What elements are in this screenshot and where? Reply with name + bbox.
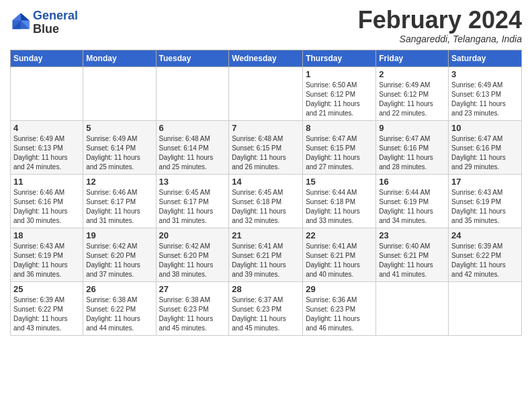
calendar-cell: 27Sunrise: 6:38 AM Sunset: 6:23 PM Dayli… (156, 281, 229, 335)
calendar-cell: 9Sunrise: 6:47 AM Sunset: 6:16 PM Daylig… (376, 120, 449, 174)
calendar-cell: 5Sunrise: 6:49 AM Sunset: 6:14 PM Daylig… (83, 120, 156, 174)
calendar-cell: 6Sunrise: 6:48 AM Sunset: 6:14 PM Daylig… (156, 120, 229, 174)
calendar-cell: 11Sunrise: 6:46 AM Sunset: 6:16 PM Dayli… (11, 174, 83, 228)
calendar-cell: 20Sunrise: 6:42 AM Sunset: 6:20 PM Dayli… (156, 228, 229, 281)
page-header: General Blue February 2024 Sangareddi, T… (10, 7, 522, 44)
calendar-cell: 16Sunrise: 6:44 AM Sunset: 6:19 PM Dayli… (376, 174, 449, 228)
calendar-cell: 24Sunrise: 6:39 AM Sunset: 6:22 PM Dayli… (449, 228, 522, 281)
header-sunday: Sunday (11, 50, 83, 66)
day-info: Sunrise: 6:48 AM Sunset: 6:15 PM Dayligh… (232, 134, 300, 172)
day-info: Sunrise: 6:41 AM Sunset: 6:21 PM Dayligh… (232, 242, 300, 279)
calendar-cell (229, 66, 303, 120)
calendar-cell: 2Sunrise: 6:49 AM Sunset: 6:12 PM Daylig… (376, 66, 449, 120)
day-number: 17 (451, 177, 519, 187)
calendar-cell: 12Sunrise: 6:46 AM Sunset: 6:17 PM Dayli… (83, 174, 156, 228)
day-number: 24 (451, 230, 519, 240)
calendar-cell (156, 66, 229, 120)
calendar-cell (83, 66, 156, 120)
calendar-cell: 7Sunrise: 6:48 AM Sunset: 6:15 PM Daylig… (229, 120, 303, 174)
week-row: 4Sunrise: 6:49 AM Sunset: 6:13 PM Daylig… (11, 120, 522, 174)
day-number: 18 (13, 230, 80, 240)
logo-icon (11, 12, 30, 31)
day-number: 15 (306, 177, 373, 187)
day-info: Sunrise: 6:43 AM Sunset: 6:19 PM Dayligh… (13, 242, 80, 279)
calendar-cell: 4Sunrise: 6:49 AM Sunset: 6:13 PM Daylig… (11, 120, 83, 174)
day-number: 26 (86, 284, 152, 294)
title-section: February 2024 Sangareddi, Telangana, Ind… (358, 7, 522, 44)
week-row: 25Sunrise: 6:39 AM Sunset: 6:22 PM Dayli… (11, 281, 522, 335)
calendar-cell: 25Sunrise: 6:39 AM Sunset: 6:22 PM Dayli… (11, 281, 83, 335)
day-info: Sunrise: 6:40 AM Sunset: 6:21 PM Dayligh… (379, 242, 445, 279)
day-info: Sunrise: 6:49 AM Sunset: 6:14 PM Dayligh… (86, 134, 152, 172)
day-number: 28 (232, 284, 300, 294)
day-info: Sunrise: 6:46 AM Sunset: 6:17 PM Dayligh… (86, 188, 152, 226)
day-info: Sunrise: 6:47 AM Sunset: 6:15 PM Dayligh… (306, 134, 373, 172)
calendar-cell: 15Sunrise: 6:44 AM Sunset: 6:18 PM Dayli… (303, 174, 376, 228)
day-info: Sunrise: 6:39 AM Sunset: 6:22 PM Dayligh… (451, 242, 519, 279)
day-info: Sunrise: 6:46 AM Sunset: 6:16 PM Dayligh… (13, 188, 80, 226)
calendar-cell: 26Sunrise: 6:38 AM Sunset: 6:22 PM Dayli… (83, 281, 156, 335)
header-thursday: Thursday (303, 50, 376, 66)
logo: General Blue (10, 9, 78, 36)
month-title: February 2024 (358, 7, 522, 34)
header-monday: Monday (83, 50, 156, 66)
day-number: 9 (379, 123, 445, 133)
day-info: Sunrise: 6:47 AM Sunset: 6:16 PM Dayligh… (451, 134, 519, 172)
day-info: Sunrise: 6:48 AM Sunset: 6:14 PM Dayligh… (159, 134, 226, 172)
week-row: 18Sunrise: 6:43 AM Sunset: 6:19 PM Dayli… (11, 228, 522, 281)
day-number: 14 (232, 177, 300, 187)
day-info: Sunrise: 6:36 AM Sunset: 6:23 PM Dayligh… (306, 295, 373, 333)
day-info: Sunrise: 6:49 AM Sunset: 6:13 PM Dayligh… (13, 134, 80, 172)
day-number: 25 (13, 284, 80, 294)
calendar-cell: 3Sunrise: 6:49 AM Sunset: 6:13 PM Daylig… (449, 66, 522, 120)
svg-marker-4 (12, 13, 21, 20)
day-info: Sunrise: 6:39 AM Sunset: 6:22 PM Dayligh… (13, 295, 80, 333)
day-info: Sunrise: 6:38 AM Sunset: 6:22 PM Dayligh… (86, 295, 152, 333)
day-info: Sunrise: 6:47 AM Sunset: 6:16 PM Dayligh… (379, 134, 445, 172)
day-info: Sunrise: 6:45 AM Sunset: 6:18 PM Dayligh… (232, 188, 300, 226)
day-number: 20 (159, 230, 226, 240)
day-number: 23 (379, 230, 445, 240)
day-number: 13 (159, 177, 226, 187)
day-number: 21 (232, 230, 300, 240)
calendar-cell: 17Sunrise: 6:43 AM Sunset: 6:19 PM Dayli… (449, 174, 522, 228)
day-number: 3 (451, 69, 519, 79)
day-info: Sunrise: 6:37 AM Sunset: 6:23 PM Dayligh… (232, 295, 300, 333)
day-info: Sunrise: 6:49 AM Sunset: 6:12 PM Dayligh… (379, 81, 445, 118)
logo-text: General Blue (33, 9, 78, 36)
calendar-cell: 8Sunrise: 6:47 AM Sunset: 6:15 PM Daylig… (303, 120, 376, 174)
day-number: 2 (379, 69, 445, 79)
day-number: 12 (86, 177, 152, 187)
day-info: Sunrise: 6:43 AM Sunset: 6:19 PM Dayligh… (451, 188, 519, 226)
calendar-cell: 23Sunrise: 6:40 AM Sunset: 6:21 PM Dayli… (376, 228, 449, 281)
header-wednesday: Wednesday (229, 50, 303, 66)
calendar-cell: 19Sunrise: 6:42 AM Sunset: 6:20 PM Dayli… (83, 228, 156, 281)
calendar-cell: 28Sunrise: 6:37 AM Sunset: 6:23 PM Dayli… (229, 281, 303, 335)
calendar-table: SundayMondayTuesdayWednesdayThursdayFrid… (10, 50, 522, 336)
day-number: 6 (159, 123, 226, 133)
day-number: 11 (13, 177, 80, 187)
day-number: 1 (306, 69, 373, 79)
day-number: 8 (306, 123, 373, 133)
calendar-cell: 13Sunrise: 6:45 AM Sunset: 6:17 PM Dayli… (156, 174, 229, 228)
svg-marker-1 (21, 13, 30, 20)
calendar-cell: 22Sunrise: 6:41 AM Sunset: 6:21 PM Dayli… (303, 228, 376, 281)
calendar-cell: 18Sunrise: 6:43 AM Sunset: 6:19 PM Dayli… (11, 228, 83, 281)
day-info: Sunrise: 6:50 AM Sunset: 6:12 PM Dayligh… (306, 81, 373, 118)
day-info: Sunrise: 6:41 AM Sunset: 6:21 PM Dayligh… (306, 242, 373, 279)
calendar-cell: 21Sunrise: 6:41 AM Sunset: 6:21 PM Dayli… (229, 228, 303, 281)
header-tuesday: Tuesday (156, 50, 229, 66)
calendar-cell: 1Sunrise: 6:50 AM Sunset: 6:12 PM Daylig… (303, 66, 376, 120)
day-number: 27 (159, 284, 226, 294)
calendar-cell (11, 66, 83, 120)
week-row: 11Sunrise: 6:46 AM Sunset: 6:16 PM Dayli… (11, 174, 522, 228)
day-number: 16 (379, 177, 445, 187)
calendar-cell: 14Sunrise: 6:45 AM Sunset: 6:18 PM Dayli… (229, 174, 303, 228)
calendar-cell: 29Sunrise: 6:36 AM Sunset: 6:23 PM Dayli… (303, 281, 376, 335)
day-number: 5 (86, 123, 152, 133)
calendar-cell (376, 281, 449, 335)
day-info: Sunrise: 6:38 AM Sunset: 6:23 PM Dayligh… (159, 295, 226, 333)
header-row: SundayMondayTuesdayWednesdayThursdayFrid… (11, 50, 522, 66)
day-info: Sunrise: 6:45 AM Sunset: 6:17 PM Dayligh… (159, 188, 226, 226)
header-friday: Friday (376, 50, 449, 66)
